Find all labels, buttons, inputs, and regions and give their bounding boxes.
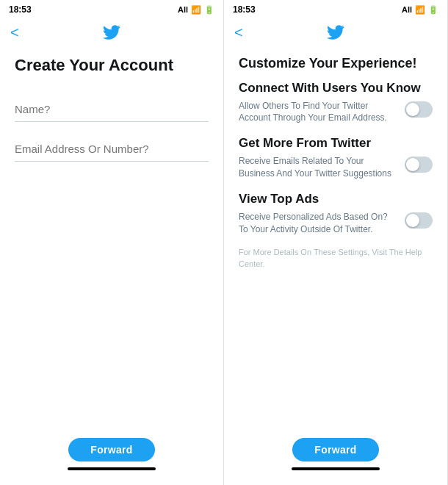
section3-toggle-row: Receive Personalized Ads Based On? To Yo…	[239, 211, 433, 236]
right-back-button[interactable]: <	[234, 24, 243, 41]
section2-heading: Get More From Twitter	[239, 136, 433, 151]
wifi-icon: 📶	[191, 5, 201, 15]
right-wifi-icon: 📶	[415, 5, 425, 15]
create-account-title: Create Your Account	[15, 56, 209, 75]
section3-description: Receive Personalized Ads Based On? To Yo…	[239, 211, 399, 236]
left-status-icons: All 📶 🔋	[178, 5, 214, 15]
customize-title: Customize Your Experience!	[239, 56, 433, 72]
right-battery-icon: 🔋	[428, 5, 438, 15]
left-home-indicator	[68, 467, 156, 470]
right-status-icons: All 📶 🔋	[402, 5, 438, 15]
left-nav-header: <	[0, 18, 223, 47]
left-forward-button[interactable]: Forward	[68, 438, 154, 461]
battery-icon: 🔋	[204, 5, 214, 15]
twitter-logo-right	[325, 24, 347, 41]
right-status-bar: 18:53 All 📶 🔋	[224, 0, 447, 18]
left-status-bar: 18:53 All 📶 🔋	[0, 0, 223, 18]
left-signal-text: All	[178, 5, 188, 14]
right-signal-text: All	[402, 5, 412, 14]
section2-toggle-row: Receive Emails Related To Your Business …	[239, 155, 433, 180]
right-nav-header: <	[224, 18, 447, 47]
email-input[interactable]	[15, 137, 209, 162]
section1-toggle-row: Allow Others To Find Your Twitter Accoun…	[239, 100, 433, 125]
section2-toggle[interactable]	[405, 157, 433, 173]
help-center-text: For More Details On These Settings, Visi…	[239, 247, 433, 270]
section3-toggle[interactable]	[405, 212, 433, 229]
right-phone-panel: 18:53 All 📶 🔋 < Customize Your Experienc…	[224, 0, 448, 485]
left-back-button[interactable]: <	[10, 24, 19, 41]
left-phone-panel: 18:53 All 📶 🔋 < Create Your Account Forw…	[0, 0, 224, 485]
twitter-logo-left	[101, 24, 123, 41]
name-input[interactable]	[15, 97, 209, 122]
right-time: 18:53	[233, 4, 256, 15]
left-time: 18:53	[9, 4, 32, 15]
section1-heading: Connect With Users You Know	[239, 81, 433, 96]
section2-description: Receive Emails Related To Your Business …	[239, 155, 399, 180]
right-forward-button[interactable]: Forward	[292, 438, 378, 461]
left-page-content: Create Your Account	[0, 47, 223, 431]
right-bottom-area: Forward	[224, 431, 447, 485]
section3-heading: View Top Ads	[239, 192, 433, 206]
section1-description: Allow Others To Find Your Twitter Accoun…	[239, 100, 399, 125]
left-bottom-area: Forward	[0, 431, 223, 485]
right-home-indicator	[292, 467, 380, 470]
section1-toggle[interactable]	[405, 101, 433, 118]
right-page-content: Customize Your Experience! Connect With …	[224, 47, 447, 431]
